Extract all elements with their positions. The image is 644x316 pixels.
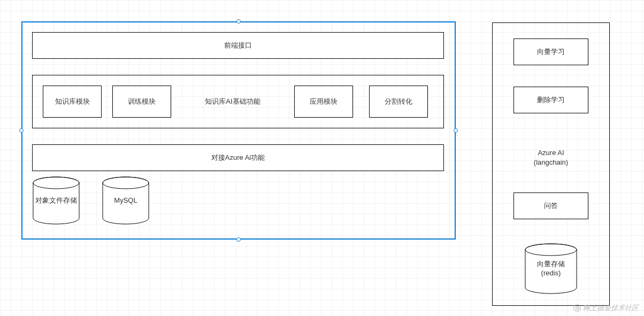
kb-module-box[interactable]: 知识库模块 <box>43 86 102 118</box>
watermark-text: 稀土掘金技术社区 <box>583 303 639 313</box>
object-storage-label: 对象文件存储 <box>33 196 79 205</box>
split-convert-label: 分割转化 <box>385 97 412 106</box>
selection-handle-left[interactable] <box>19 128 24 133</box>
train-module-box[interactable]: 训练模块 <box>112 86 171 118</box>
kb-ai-base-box[interactable]: 知识库AI基础功能 <box>182 86 283 118</box>
object-storage-cylinder[interactable]: 对象文件存储 <box>32 176 80 225</box>
kb-module-label: 知识库模块 <box>55 97 90 106</box>
train-module-label: 训练模块 <box>128 97 156 106</box>
delete-learn-box[interactable]: 删除学习 <box>513 87 588 113</box>
app-module-box[interactable]: 应用模块 <box>294 86 353 118</box>
vector-store-label: 向量存储 (redis) <box>535 260 567 278</box>
azure-connect-label: 对接Azure Ai功能 <box>211 153 265 163</box>
vector-learn-label: 向量学习 <box>537 47 565 57</box>
qa-label: 问答 <box>544 201 558 211</box>
vector-learn-box[interactable]: 向量学习 <box>513 38 588 65</box>
frontend-api-box[interactable]: 前端接口 <box>32 32 444 59</box>
app-module-label: 应用模块 <box>310 97 338 106</box>
mysql-cylinder[interactable]: MySQL <box>102 176 150 225</box>
vector-store-cylinder[interactable]: 向量存储 (redis) <box>524 243 578 294</box>
mysql-label: MySQL <box>112 196 139 205</box>
selection-handle-right[interactable] <box>454 128 458 133</box>
split-convert-box[interactable]: 分割转化 <box>369 86 428 118</box>
azure-ai-label: Azure AI (langchain) <box>534 148 568 167</box>
selection-handle-top[interactable] <box>236 19 241 24</box>
azure-connect-box[interactable]: 对接Azure Ai功能 <box>32 144 444 171</box>
qa-box[interactable]: 问答 <box>513 192 588 219</box>
delete-learn-label: 删除学习 <box>537 95 565 105</box>
azure-ai-box[interactable]: Azure AI (langchain) <box>513 139 588 176</box>
kb-ai-base-label: 知识库AI基础功能 <box>205 97 260 106</box>
selection-handle-bottom[interactable] <box>236 237 241 242</box>
frontend-api-label: 前端接口 <box>224 41 252 50</box>
watermark-icon: 掘 <box>573 304 581 312</box>
watermark: 掘 稀土掘金技术社区 <box>573 303 639 313</box>
